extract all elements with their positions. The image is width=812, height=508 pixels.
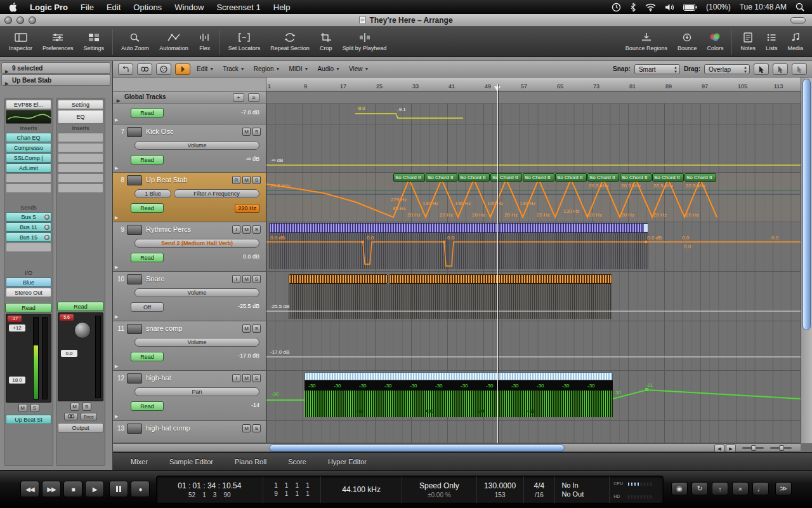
insert-slot-empty[interactable]: [58, 184, 103, 193]
add-global-track-button[interactable]: +: [233, 93, 244, 102]
arrange-menu-edit[interactable]: Edit▼: [194, 64, 216, 74]
time-machine-icon[interactable]: [612, 3, 621, 12]
insert-slot-empty[interactable]: [6, 184, 51, 193]
mute-button[interactable]: M: [242, 324, 251, 333]
automation-disclosure[interactable]: ▶: [115, 414, 118, 419]
track-name[interactable]: Up Beat Stab: [146, 176, 187, 184]
insert-slot[interactable]: Chan EQ: [6, 133, 51, 142]
bluetooth-icon[interactable]: [630, 3, 636, 12]
selection-disclosure-row[interactable]: ▶9 selected: [1, 62, 110, 74]
automation-param-button[interactable]: Pan: [134, 387, 259, 396]
mute-button[interactable]: M: [242, 128, 251, 136]
send-slot-empty[interactable]: [6, 243, 51, 252]
send-knob-icon[interactable]: [44, 215, 49, 220]
lists-button[interactable]: Lists: [761, 30, 783, 53]
output-slot[interactable]: Stereo Out: [6, 288, 51, 297]
tab-mixer[interactable]: Mixer: [131, 458, 148, 465]
track-name[interactable]: Rythmic Percs: [146, 225, 191, 233]
bar-ruler[interactable]: 1 9 17 25 33 41 49 57 65 73 81 89 97 105…: [266, 77, 801, 91]
lcd-locators[interactable]: 1 1 1 1 9 1 1 1: [263, 476, 322, 503]
replace-button[interactable]: ×: [732, 482, 749, 495]
split-by-playhead-button[interactable]: Split by Playhead: [337, 30, 392, 53]
track-header-high-hat[interactable]: 12 high-hat I M S Pan Read -14 ▶: [113, 371, 266, 421]
input-slot[interactable]: Blue: [6, 277, 51, 287]
pan-knob[interactable]: [74, 322, 91, 338]
v-zoom-knob[interactable]: [779, 445, 784, 451]
channel-setting-button[interactable]: Setting: [58, 100, 103, 109]
track-name[interactable]: snare comp: [146, 324, 182, 332]
inspector-button[interactable]: Inspector: [4, 30, 37, 53]
automation-mode-button[interactable]: Read: [131, 401, 164, 411]
region-so-chord-it[interactable]: So Chord It: [426, 173, 457, 182]
menu-edit[interactable]: Edit: [107, 3, 121, 12]
automation-disclosure[interactable]: ▶: [115, 166, 118, 171]
automation-curve-pan[interactable]: [266, 371, 801, 421]
lcd-signature[interactable]: 4/4 /16: [524, 476, 556, 503]
clip-indicator[interactable]: 5.6: [60, 314, 74, 321]
solo-button[interactable]: S: [252, 324, 261, 333]
track-icon[interactable]: [127, 225, 142, 235]
track-header[interactable]: Read -7.0 dB ▶: [113, 104, 266, 124]
solo-button[interactable]: S: [30, 404, 39, 412]
automation-disclosure[interactable]: ▶: [115, 215, 118, 220]
v-zoom-slider[interactable]: [770, 447, 792, 449]
region-so-chord-it[interactable]: So Chord It: [490, 173, 522, 182]
menu-options[interactable]: Options: [133, 3, 162, 12]
h-zoom-knob[interactable]: [751, 445, 756, 451]
automation-disclosure[interactable]: ▶: [115, 117, 118, 123]
send-slot[interactable]: Bus 5: [6, 212, 51, 222]
track-icon[interactable]: [127, 373, 142, 384]
automation-mode-button[interactable]: Read: [131, 253, 164, 262]
crop-button[interactable]: Crop: [315, 30, 337, 53]
mute-button[interactable]: M: [242, 374, 251, 382]
insert-slot-empty[interactable]: [58, 133, 103, 142]
menu-logic-pro[interactable]: Logic Pro: [30, 3, 68, 12]
mute-button[interactable]: M: [242, 225, 251, 234]
solo-button[interactable]: S: [252, 374, 261, 382]
region-so-chord-it[interactable]: So Chord It: [652, 173, 684, 182]
automation-curve-volume[interactable]: [266, 272, 801, 321]
metronome-button[interactable]: ♩: [752, 482, 769, 495]
fader-value[interactable]: 0.0: [61, 350, 77, 357]
track-header-up-beat-stab[interactable]: 8 Up Beat Stab R M S 1 Blue Filter A Fre…: [113, 173, 266, 222]
tab-score[interactable]: Score: [288, 458, 306, 465]
command-click-tool-button[interactable]: [773, 64, 788, 75]
automation-curve-volume[interactable]: [266, 321, 801, 371]
media-button[interactable]: Media: [782, 30, 808, 53]
input-monitor-button[interactable]: I: [232, 374, 240, 382]
eq-thumbnail[interactable]: [6, 110, 51, 124]
scroll-left-button[interactable]: ◀: [714, 444, 724, 452]
catch-playhead-button[interactable]: [175, 64, 190, 75]
horizontal-scroll-thumb[interactable]: [269, 444, 565, 451]
track-icon[interactable]: [127, 324, 142, 334]
bounce-regions-button[interactable]: Bounce Regions: [620, 30, 672, 53]
notes-button[interactable]: Notes: [735, 30, 761, 53]
arrange-menu-region[interactable]: Region▼: [251, 64, 283, 74]
insert-slot-empty[interactable]: [58, 153, 103, 163]
menu-help[interactable]: Help: [273, 3, 291, 12]
battery-icon[interactable]: [683, 4, 697, 11]
insert-slot-empty[interactable]: [58, 163, 103, 173]
automation-curve-send[interactable]: [266, 222, 801, 272]
toolbar-toggle-pill[interactable]: [790, 17, 806, 23]
track-lane-high-hat-comp[interactable]: [266, 421, 801, 443]
bounce-button[interactable]: Bounce: [672, 30, 702, 53]
send-slot[interactable]: Bus 11: [6, 222, 51, 232]
track-lane-snare[interactable]: -25.5 dB: [266, 272, 801, 321]
spotlight-icon[interactable]: [796, 3, 804, 11]
region-so-chord-it[interactable]: So Chord It: [393, 173, 425, 182]
level-meter-track[interactable]: -17 +12 18.0: [6, 314, 51, 403]
automation-mode-button[interactable]: Read: [131, 155, 164, 164]
flex-button[interactable]: Flex: [193, 30, 216, 53]
automation-curve[interactable]: [266, 124, 801, 173]
insert-slot-empty[interactable]: [58, 143, 103, 152]
apple-menu-icon[interactable]: [9, 3, 17, 12]
track-name[interactable]: Snare: [146, 275, 164, 283]
region-so-chord-it[interactable]: So Chord It: [458, 173, 490, 182]
arrange-menu-audio[interactable]: Audio▼: [315, 64, 343, 74]
mute-button[interactable]: M: [242, 424, 251, 432]
rewind-button[interactable]: ◀◀: [20, 481, 39, 497]
track-lane-volume[interactable]: -9.0 -9.1: [266, 104, 801, 124]
snap-dropdown[interactable]: Smart▲▼: [634, 64, 680, 74]
insert-slot[interactable]: Compresso: [6, 143, 51, 152]
